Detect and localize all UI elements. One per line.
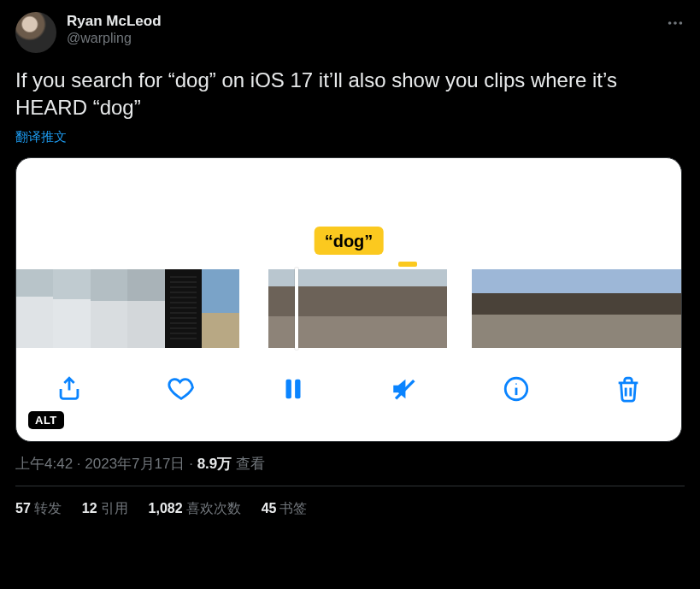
video-timeline[interactable] <box>16 269 681 348</box>
pause-button[interactable] <box>262 374 324 403</box>
media-top-area: “dog” <box>16 158 681 269</box>
views-count: 8.9万 <box>197 456 232 472</box>
tweet-stats: 57转发 12引用 1,082喜欢次数 45书签 <box>15 500 685 518</box>
mute-button[interactable] <box>374 374 435 403</box>
caption-chip: “dog” <box>315 227 384 255</box>
timeline-thumb <box>202 269 238 348</box>
tweet-meta: 上午4:42 · 2023年7月17日 · 8.9万 查看 <box>15 454 685 474</box>
timeline-gap <box>239 269 268 348</box>
views-label: 查看 <box>232 456 265 472</box>
author-handle: @warpling <box>67 30 162 47</box>
stat-likes[interactable]: 1,082喜欢次数 <box>149 500 241 518</box>
svg-point-7 <box>515 383 517 385</box>
caption-marker <box>398 262 417 267</box>
svg-rect-3 <box>285 379 291 398</box>
tweet-date[interactable]: 2023年7月17日 <box>85 456 185 472</box>
svg-rect-4 <box>295 379 300 398</box>
author-block[interactable]: Ryan McLeod @warpling <box>67 12 162 47</box>
alt-badge[interactable]: ALT <box>28 411 64 429</box>
avatar[interactable] <box>15 12 56 53</box>
tweet: Ryan McLeod @warpling If you search for … <box>0 0 700 527</box>
timeline-thumb <box>620 269 656 348</box>
media-card[interactable]: “dog” <box>15 157 682 442</box>
svg-point-0 <box>668 21 672 25</box>
timeline-thumb <box>583 269 620 348</box>
author-name: Ryan McLeod <box>67 12 162 30</box>
tweet-header: Ryan McLeod @warpling <box>15 12 685 53</box>
timeline-thumb <box>509 269 545 348</box>
timeline-thumb <box>472 269 509 348</box>
svg-point-2 <box>679 21 683 25</box>
timeline-thumb <box>545 269 582 348</box>
translate-link[interactable]: 翻译推文 <box>15 129 685 145</box>
timeline-thumb <box>127 269 164 348</box>
share-button[interactable] <box>38 374 100 403</box>
timeline-thumb <box>91 269 127 348</box>
timeline-thumb <box>363 269 410 348</box>
media-toolbar <box>16 348 681 430</box>
timeline-thumb <box>268 269 279 348</box>
timeline-thumb <box>16 269 53 348</box>
timeline-thumb <box>279 269 316 348</box>
more-button[interactable] <box>666 12 685 32</box>
timeline-thumb <box>410 269 447 348</box>
stat-quotes[interactable]: 12引用 <box>82 500 128 518</box>
divider <box>15 486 685 486</box>
stat-bookmarks[interactable]: 45书签 <box>262 500 308 518</box>
timeline-thumb <box>657 269 681 348</box>
timeline-gap <box>447 269 471 348</box>
timeline-thumb <box>165 269 202 348</box>
info-button[interactable] <box>485 374 547 403</box>
like-button[interactable] <box>150 374 212 403</box>
stat-retweets[interactable]: 57转发 <box>15 500 62 518</box>
tweet-text: If you search for “dog” on iOS 17 it’ll … <box>15 67 685 122</box>
timeline-thumb <box>316 269 363 348</box>
timeline-thumb <box>53 269 90 348</box>
tweet-time[interactable]: 上午4:42 <box>15 456 73 472</box>
svg-point-1 <box>674 21 677 25</box>
delete-button[interactable] <box>597 374 659 403</box>
